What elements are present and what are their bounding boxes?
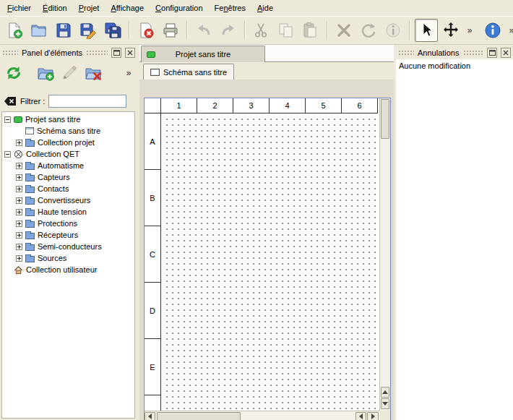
- print-button[interactable]: [159, 19, 182, 42]
- open-document-button[interactable]: [27, 19, 51, 42]
- tree-item-label: Haute tension: [38, 207, 87, 216]
- expand-icon[interactable]: [16, 186, 22, 192]
- collapse-icon[interactable]: [4, 151, 11, 158]
- expand-icon[interactable]: [16, 197, 22, 204]
- element-infos-button[interactable]: [381, 19, 405, 42]
- tree-item-projet-sans-titre[interactable]: Projet sans titre: [2, 113, 134, 125]
- expand-icon[interactable]: [16, 220, 22, 227]
- expand-icon[interactable]: [16, 244, 22, 250]
- tree-item-protections[interactable]: Protections: [2, 218, 134, 229]
- menu-configuration[interactable]: Configuration: [150, 1, 208, 15]
- edit-element-button[interactable]: [59, 62, 80, 84]
- expand-icon[interactable]: [16, 255, 22, 262]
- undo-button[interactable]: [192, 19, 215, 42]
- dock-close-button[interactable]: [125, 48, 135, 58]
- tree-item-recepteurs[interactable]: Récepteurs: [2, 229, 134, 241]
- delete-element-button[interactable]: [82, 62, 104, 84]
- copy-button[interactable]: [275, 19, 298, 42]
- tree-item-collection-qet[interactable]: Collection QET: [2, 148, 134, 160]
- dock-close-button[interactable]: [501, 48, 511, 58]
- menu-projet[interactable]: Projet: [73, 1, 105, 15]
- tree-item-automatisme[interactable]: Automatisme: [2, 160, 134, 171]
- dock-grip-handle[interactable]: [2, 50, 18, 56]
- delete-button[interactable]: [332, 19, 355, 42]
- tree-item-haute-tension[interactable]: Haute tension: [2, 206, 134, 218]
- save-all-icon: [104, 22, 121, 39]
- new-document-button[interactable]: [3, 19, 26, 42]
- pan-tool-button[interactable]: [439, 19, 462, 42]
- close-document-button[interactable]: [134, 19, 158, 42]
- triangle-down-icon: [382, 402, 388, 406]
- dock-float-button[interactable]: [111, 48, 121, 58]
- expand-icon[interactable]: [16, 140, 22, 146]
- vertical-scrollbar-thumb[interactable]: [381, 99, 389, 139]
- filter-clear-button[interactable]: [4, 96, 17, 106]
- dock-grip-handle[interactable]: [463, 50, 484, 56]
- tree-item-label: Semi-conducteurs: [38, 242, 102, 251]
- new-element-button[interactable]: [35, 62, 56, 84]
- undo-list-item[interactable]: Aucune modification: [396, 59, 513, 72]
- horizontal-scrollbar-thumb[interactable]: [157, 412, 241, 420]
- tree-item-schema-sans-titre[interactable]: Schéma sans titre: [2, 125, 134, 137]
- menu-fichier[interactable]: Fichier: [1, 1, 37, 15]
- expand-icon[interactable]: [16, 174, 22, 181]
- expand-icon[interactable]: [16, 232, 22, 239]
- dock-grip-handle[interactable]: [398, 50, 414, 56]
- tree-item-collection-utilisateur[interactable]: Collection utilisateur: [2, 264, 134, 275]
- scroll-up-button[interactable]: [381, 387, 389, 398]
- tab-schema-sans-titre[interactable]: Schéma sans titre: [143, 64, 234, 80]
- schema-tabbar: Schéma sans titre: [139, 62, 394, 80]
- expand-icon[interactable]: [16, 209, 22, 215]
- delete-icon: [335, 22, 353, 39]
- toolbar-overflow-button-2[interactable]: »: [506, 25, 513, 35]
- horizontal-scrollbar[interactable]: [145, 411, 379, 420]
- filter-input[interactable]: [48, 95, 126, 108]
- paste-button[interactable]: [299, 19, 322, 42]
- tree-item-convertisseurs[interactable]: Convertisseurs: [2, 194, 134, 206]
- vertical-scrollbar[interactable]: [379, 98, 390, 411]
- tree-item-capteurs[interactable]: Capteurs: [2, 171, 134, 183]
- select-tool-button[interactable]: [415, 19, 438, 42]
- tree-item-label: Collection projet: [38, 138, 95, 147]
- scroll-left-button-2[interactable]: [355, 412, 366, 420]
- save-button[interactable]: [52, 19, 75, 42]
- elements-panel-title: Panel d'éléments: [22, 48, 82, 57]
- save-as-button[interactable]: [77, 19, 100, 42]
- menu-affichage[interactable]: Affichage: [105, 1, 150, 15]
- about-button[interactable]: [481, 19, 504, 42]
- cut-button[interactable]: [250, 19, 273, 42]
- menu-fenetres[interactable]: Fenêtres: [209, 1, 251, 15]
- row-header: E: [145, 339, 160, 395]
- tab-projet-sans-titre[interactable]: Projet sans titre: [141, 46, 265, 62]
- tree-item-sources[interactable]: Sources: [2, 252, 134, 264]
- scroll-right-button[interactable]: [367, 412, 379, 420]
- scroll-down-button[interactable]: [381, 398, 389, 409]
- delete-element-icon: [85, 64, 102, 82]
- toolbar-overflow-button[interactable]: »: [464, 25, 475, 35]
- schema-canvas[interactable]: [162, 114, 379, 411]
- tree-item-label: Récepteurs: [38, 231, 78, 239]
- dock-float-button[interactable]: [487, 48, 497, 58]
- tree-item-collection-projet[interactable]: Collection projet: [2, 137, 134, 148]
- row-ruler: A B C D E: [145, 113, 161, 411]
- menu-edition[interactable]: Édition: [37, 1, 73, 15]
- rotate-icon: [360, 22, 377, 39]
- ruler-corner: [145, 98, 161, 113]
- scroll-left-button[interactable]: [145, 412, 155, 420]
- tree-item-semi-conducteurs[interactable]: Semi-conducteurs: [2, 241, 134, 252]
- dock-grip-handle[interactable]: [86, 50, 108, 56]
- tree-item-contacts[interactable]: Contacts: [2, 183, 134, 194]
- toolbar-separator: [244, 21, 246, 40]
- toolbar-separator: [186, 21, 188, 40]
- menubar: Fichier Édition Projet Affichage Configu…: [0, 0, 513, 16]
- panel-toolbar-overflow-button[interactable]: »: [123, 68, 134, 78]
- triangle-left-icon: [148, 413, 152, 419]
- expand-icon[interactable]: [16, 163, 22, 169]
- rotate-button[interactable]: [357, 19, 380, 42]
- reload-collections-button[interactable]: [3, 62, 25, 84]
- collapse-icon[interactable]: [4, 116, 11, 123]
- float-window-icon: [489, 50, 496, 56]
- redo-button[interactable]: [217, 19, 240, 42]
- menu-aide[interactable]: Aide: [251, 1, 279, 15]
- save-all-button[interactable]: [101, 19, 124, 42]
